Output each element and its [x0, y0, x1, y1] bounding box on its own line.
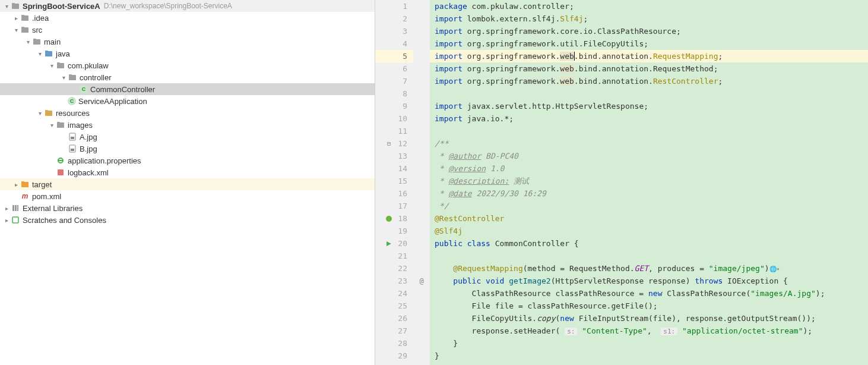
chevron-right-icon[interactable]: ▸: [2, 217, 11, 224]
tree-main[interactable]: ▾ main: [0, 36, 375, 48]
chevron-down-icon[interactable]: ▾: [2, 3, 11, 10]
gutter-line-8[interactable]: 8: [375, 87, 413, 100]
code-line-22[interactable]: @RequestMapping(method = RequestMethod.G…: [430, 262, 868, 275]
gutter-line-19[interactable]: 19: [375, 225, 413, 237]
code-line-18[interactable]: @RestController: [430, 212, 868, 225]
code-line-17[interactable]: */: [430, 200, 868, 212]
code-line-10[interactable]: import java.io.*;: [430, 112, 868, 125]
spring-bean-icon[interactable]: [385, 215, 393, 223]
gutter-line-27[interactable]: 27: [375, 325, 413, 337]
chevron-right-icon[interactable]: ▸: [12, 15, 20, 21]
gutter-line-9[interactable]: 9: [375, 100, 413, 112]
tree-app-props[interactable]: application.properties: [0, 155, 375, 166]
code-line-21[interactable]: [430, 250, 868, 262]
gutter-line-15[interactable]: 15: [375, 175, 413, 187]
web-icon[interactable]: 🌐▾: [769, 266, 780, 272]
tree-images[interactable]: ▾ images: [0, 119, 375, 131]
tree-a-jpg[interactable]: A.jpg: [0, 131, 375, 143]
chevron-down-icon[interactable]: ▾: [47, 122, 56, 128]
code-line-20[interactable]: public class CommonController {: [430, 237, 868, 250]
code-line-6[interactable]: import org.springframework.web.bind.anno…: [430, 62, 868, 75]
gutter-line-13[interactable]: 13: [375, 150, 413, 162]
tree-common-controller[interactable]: C CommonController: [0, 83, 375, 95]
tree-src[interactable]: ▾ src: [0, 24, 375, 36]
gutter-line-1[interactable]: 1: [375, 0, 413, 12]
gutter-line-22[interactable]: 22: [375, 262, 413, 275]
gutter-line-12[interactable]: ⊟12: [375, 137, 413, 150]
code-line-26[interactable]: FileCopyUtils.copy(new FileInputStream(f…: [430, 312, 868, 325]
endpoint-marker-icon[interactable]: @: [419, 277, 423, 285]
tree-controller[interactable]: ▾ controller: [0, 71, 375, 83]
marker-row-8: [413, 87, 430, 100]
code-line-11[interactable]: [430, 125, 868, 137]
chevron-right-icon[interactable]: ▸: [12, 181, 20, 188]
chevron-down-icon[interactable]: ▾: [59, 74, 68, 81]
code-line-23[interactable]: public void getImage2(HttpServletRespons…: [430, 275, 868, 287]
code-line-1[interactable]: package com.pkulaw.controller;: [430, 0, 868, 12]
gutter-line-25[interactable]: 25: [375, 300, 413, 312]
gutter-line-7[interactable]: 7: [375, 75, 413, 87]
gutter-line-29[interactable]: 29: [375, 350, 413, 362]
gutter-line-14[interactable]: 14: [375, 162, 413, 175]
gutter-line-18[interactable]: 18: [375, 212, 413, 225]
tree-logback[interactable]: logback.xml: [0, 166, 375, 178]
gutter-line-20[interactable]: 20: [375, 237, 413, 250]
code-line-24[interactable]: ClassPathResource classPathResource = ne…: [430, 287, 868, 300]
tree-target[interactable]: ▸ target: [0, 178, 375, 190]
gutter-line-16[interactable]: 16: [375, 187, 413, 200]
code-line-5[interactable]: import org.springframework.web.bind.anno…: [430, 50, 868, 62]
gutter-line-2[interactable]: 2: [375, 12, 413, 25]
chevron-down-icon[interactable]: ▾: [47, 62, 56, 69]
code-line-19[interactable]: @Slf4j: [430, 225, 868, 237]
chevron-down-icon[interactable]: ▾: [36, 110, 44, 117]
gutter-line-11[interactable]: 11: [375, 125, 413, 137]
code-line-27[interactable]: response.setHeader( s: "Content-Type", s…: [430, 325, 868, 337]
marker-row-7: [413, 75, 430, 87]
code-line-4[interactable]: import org.springframework.util.FileCopy…: [430, 37, 868, 50]
gutter-line-24[interactable]: 24: [375, 287, 413, 300]
code-line-14[interactable]: * @version 1.0: [430, 162, 868, 175]
code-line-12[interactable]: /**: [430, 137, 868, 150]
gutter-line-28[interactable]: 28: [375, 337, 413, 350]
marker-row-2: [413, 12, 430, 25]
gutter-line-10[interactable]: 10: [375, 112, 413, 125]
run-class-icon[interactable]: [385, 240, 393, 248]
tree-ext-lib[interactable]: ▸ External Libraries: [0, 202, 375, 214]
gutter-line-17[interactable]: 17: [375, 200, 413, 212]
gutter-line-5[interactable]: 5: [375, 50, 413, 62]
gutter-line-21[interactable]: 21: [375, 250, 413, 262]
tree-idea[interactable]: ▸ .idea: [0, 12, 375, 24]
code-line-16[interactable]: * @date 2022/9/30 16:29: [430, 187, 868, 200]
project-tree[interactable]: ▾ SpringBoot-ServiceA D:\new_workspace\S…: [0, 0, 375, 365]
tree-service-app[interactable]: C ServiceAApplication: [0, 95, 375, 107]
code-area[interactable]: package com.pkulaw.controller;import lom…: [430, 0, 868, 365]
gutter-line-4[interactable]: 4: [375, 37, 413, 50]
tree-resources[interactable]: ▾ resources: [0, 107, 375, 119]
code-line-28[interactable]: }: [430, 337, 868, 350]
code-line-13[interactable]: * @author BD-PC40: [430, 150, 868, 162]
fold-icon[interactable]: ⊟: [385, 140, 393, 148]
gutter-line-23[interactable]: 23: [375, 275, 413, 287]
tree-scratches[interactable]: ▸ Scratches and Consoles: [0, 214, 375, 226]
code-line-29[interactable]: }: [430, 350, 868, 362]
code-line-8[interactable]: [430, 87, 868, 100]
code-line-25[interactable]: File file = classPathResource.getFile();: [430, 300, 868, 312]
tree-java[interactable]: ▾ java: [0, 48, 375, 59]
gutter-line-26[interactable]: 26: [375, 312, 413, 325]
chevron-down-icon[interactable]: ▾: [12, 27, 20, 33]
code-editor[interactable]: 1234567891011⊟12131415161718192021222324…: [375, 0, 868, 365]
chevron-down-icon[interactable]: ▾: [36, 51, 44, 57]
code-line-3[interactable]: import org.springframework.core.io.Class…: [430, 25, 868, 37]
code-line-2[interactable]: import lombok.extern.slf4j.Slf4j;: [430, 12, 868, 25]
code-line-9[interactable]: import javax.servlet.http.HttpServletRes…: [430, 100, 868, 112]
code-line-7[interactable]: import org.springframework.web.bind.anno…: [430, 75, 868, 87]
gutter-line-6[interactable]: 6: [375, 62, 413, 75]
gutter-line-3[interactable]: 3: [375, 25, 413, 37]
tree-pom[interactable]: m pom.xml: [0, 190, 375, 202]
code-line-15[interactable]: * @description: 测试: [430, 175, 868, 187]
chevron-right-icon[interactable]: ▸: [2, 205, 11, 212]
chevron-down-icon[interactable]: ▾: [24, 39, 32, 45]
tree-b-jpg[interactable]: B.jpg: [0, 143, 375, 155]
tree-root[interactable]: ▾ SpringBoot-ServiceA D:\new_workspace\S…: [0, 0, 375, 12]
tree-pkg[interactable]: ▾ com.pkulaw: [0, 59, 375, 71]
